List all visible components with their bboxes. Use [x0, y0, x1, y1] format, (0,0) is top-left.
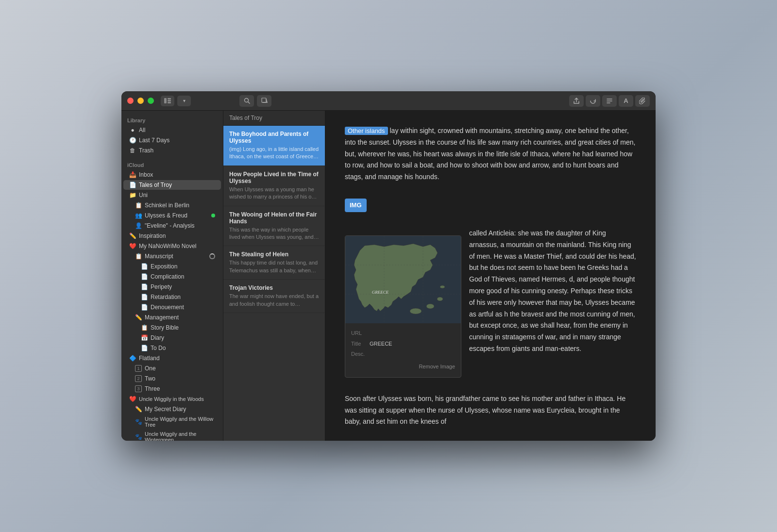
- sidebar-item-inbox-label: Inbox: [139, 171, 153, 178]
- image-block-container: GREECE URL: [345, 228, 461, 385]
- sidebar-item-all[interactable]: ● All: [123, 125, 221, 135]
- sidebar-item-inspiration-label: Inspiration: [139, 233, 166, 239]
- sidebar-item-last7days[interactable]: 🕐 Last 7 Days: [123, 135, 221, 145]
- note-item-stealing[interactable]: The Stealing of Helen This happy time di…: [223, 246, 325, 280]
- sidebar-item-tales-of-troy[interactable]: 📄 Tales of Troy: [123, 180, 221, 190]
- note-icon: 📋: [135, 202, 142, 209]
- group-icon: 👥: [135, 212, 142, 219]
- svg-point-13: [410, 308, 422, 314]
- sidebar-item-storybible-label: Story Bible: [151, 324, 179, 331]
- editor-content: Other islands lay within sight, crowned …: [345, 125, 636, 428]
- font-button[interactable]: A: [619, 95, 633, 107]
- sheet3-icon: 📄: [141, 283, 148, 290]
- sidebar-item-trash[interactable]: 🗑 Trash: [123, 146, 221, 155]
- sidebar-item-story-bible[interactable]: 📋 Story Bible: [123, 323, 221, 332]
- sidebar-item-exposition[interactable]: 📄 Exposition: [123, 262, 221, 271]
- sidebar-toggle-group: ▾: [161, 96, 191, 106]
- desc-field-row: Desc.: [351, 349, 455, 359]
- sidebar-item-uni-label: Uni: [139, 192, 148, 199]
- clock-icon: 🕐: [129, 137, 136, 144]
- inspiration-icon: ✏️: [129, 233, 136, 239]
- sidebar-item-management[interactable]: ✏️ Management: [123, 313, 221, 322]
- sidebar-item-two[interactable]: 2 Two: [123, 374, 221, 383]
- sidebar-toggle-button[interactable]: [161, 96, 174, 106]
- sidebar-item-wintergreen-label: Uncle Wiggily and the Wintergreen: [145, 431, 215, 441]
- notes-list: Tales of Troy The Boyhood and Parents of…: [223, 111, 325, 441]
- sidebar-item-exposition-label: Exposition: [151, 263, 177, 270]
- image-block: GREECE URL: [345, 235, 461, 378]
- num3-icon: 3: [135, 385, 142, 392]
- note-title-how-people: How People Lived in the Time of Ulysses: [229, 171, 319, 184]
- sidebar-item-inspiration[interactable]: ✏️ Inspiration: [123, 231, 221, 241]
- sync-button[interactable]: [586, 95, 600, 107]
- sidebar-item-wintergreen[interactable]: 🐾 Uncle Wiggily and the Wintergreen: [123, 430, 221, 441]
- sidebar-item-peripety[interactable]: 📄 Peripety: [123, 282, 221, 292]
- format-button[interactable]: [602, 95, 617, 107]
- editor-paragraph2: Soon after Ulysses was born, his grandfa…: [345, 393, 636, 428]
- sidebar-item-eveline[interactable]: 👤 "Eveline" - Analysis: [123, 221, 221, 231]
- sidebar-item-one[interactable]: 1 One: [123, 364, 221, 373]
- sidebar-item-uncle-wiggily-label: Uncle Wiggily in the Woods: [139, 396, 204, 402]
- sidebar-item-secret-diary[interactable]: ✏️ My Secret Diary: [123, 404, 221, 414]
- toolbar-right: A: [569, 95, 650, 107]
- all-icon: ●: [129, 127, 136, 133]
- sidebar-item-uncle-wiggily[interactable]: ❤️ Uncle Wiggily in the Woods: [123, 394, 221, 404]
- note-item-boyhood[interactable]: The Boyhood and Parents of Ulysses (img)…: [223, 126, 325, 166]
- image-text-row: GREECE URL: [345, 228, 636, 385]
- sidebar-item-one-label: One: [145, 365, 156, 372]
- view-chevron-button[interactable]: ▾: [177, 96, 191, 106]
- desc-label: Desc.: [351, 349, 366, 359]
- management-icon: ✏️: [135, 314, 142, 321]
- titlebar: ▾ A: [121, 91, 656, 111]
- sidebar-item-manuscript[interactable]: 📋 Manuscript: [123, 251, 221, 261]
- sidebar-item-three[interactable]: 3 Three: [123, 384, 221, 394]
- editor[interactable]: Other islands lay within sight, crowned …: [325, 111, 656, 441]
- sidebar-item-diary[interactable]: 📅 Diary: [123, 333, 221, 343]
- fullscreen-button[interactable]: [148, 98, 154, 104]
- sidebar-item-denouement[interactable]: 📄 Denouement: [123, 302, 221, 312]
- sidebar-item-eveline-label: "Eveline" - Analysis: [145, 222, 195, 229]
- highlight-other-islands: Other islands: [345, 127, 388, 135]
- note-item-wooing[interactable]: The Wooing of Helen of the Fair Hands Th…: [223, 206, 325, 247]
- sidebar-item-flatland-label: Flatland: [139, 355, 160, 362]
- search-button[interactable]: [239, 95, 254, 107]
- sidebar-item-flatland[interactable]: 🔷 Flatland: [123, 353, 221, 363]
- editor-text1: lay within sight, crowned with mountains…: [345, 127, 635, 181]
- sidebar-item-inbox[interactable]: 📥 Inbox: [123, 170, 221, 180]
- sidebar-item-complication-label: Complication: [151, 273, 184, 280]
- title-label: Title: [351, 339, 366, 349]
- note-preview-how-people: When Ulysses was a young man he wished t…: [229, 186, 319, 201]
- sheet-icon: 📄: [141, 263, 148, 270]
- img-tag-label: IMG: [345, 199, 367, 212]
- remove-image-button[interactable]: Remove Image: [351, 360, 455, 373]
- sidebar-item-willow-tree-label: Uncle Wiggily and the Willow Tree: [145, 416, 215, 428]
- sidebar-item-uni[interactable]: 📁 Uni: [123, 190, 221, 200]
- minimize-button[interactable]: [137, 98, 144, 104]
- sidebar-item-willow-tree[interactable]: 🐾 Uncle Wiggily and the Willow Tree: [123, 415, 221, 429]
- note-item-trojan[interactable]: Trojan Victories The war might now have …: [223, 280, 325, 313]
- main-content: Library ● All 🕐 Last 7 Days 🗑 Trash iClo…: [121, 111, 656, 441]
- sidebar-item-todo[interactable]: 📄 To Do: [123, 343, 221, 353]
- share-button[interactable]: [569, 95, 584, 107]
- sheet4-icon: 📄: [141, 294, 148, 300]
- storybible-icon: 📋: [141, 324, 148, 331]
- sidebar-item-complication[interactable]: 📄 Complication: [123, 272, 221, 282]
- sidebar-item-retardation[interactable]: 📄 Retardation: [123, 292, 221, 302]
- close-button[interactable]: [127, 98, 134, 104]
- document-icon: 📄: [129, 182, 136, 188]
- sidebar-item-last7days-label: Last 7 Days: [139, 137, 169, 144]
- sidebar-item-all-label: All: [139, 127, 145, 133]
- sidebar-item-schinkel[interactable]: 📋 Schinkel in Berlin: [123, 200, 221, 210]
- heart-icon: ❤️: [129, 243, 136, 249]
- url-field-row: URL: [351, 329, 455, 338]
- sidebar-item-ulysses-freud[interactable]: 👥 Ulysses & Freud: [123, 211, 221, 220]
- svg-rect-2: [168, 100, 171, 101]
- svg-point-16: [440, 285, 445, 288]
- app-window: ▾ A L: [121, 91, 656, 441]
- note-item-how-people[interactable]: How People Lived in the Time of Ulysses …: [223, 166, 325, 206]
- attachment-button[interactable]: [635, 95, 650, 107]
- sidebar-item-nanowrimo[interactable]: ❤️ My NaNoWriMo Novel: [123, 241, 221, 251]
- compose-button[interactable]: [257, 95, 271, 107]
- sidebar-item-nanowrimo-label: My NaNoWriMo Novel: [139, 243, 196, 249]
- loading-spinner: [209, 253, 215, 259]
